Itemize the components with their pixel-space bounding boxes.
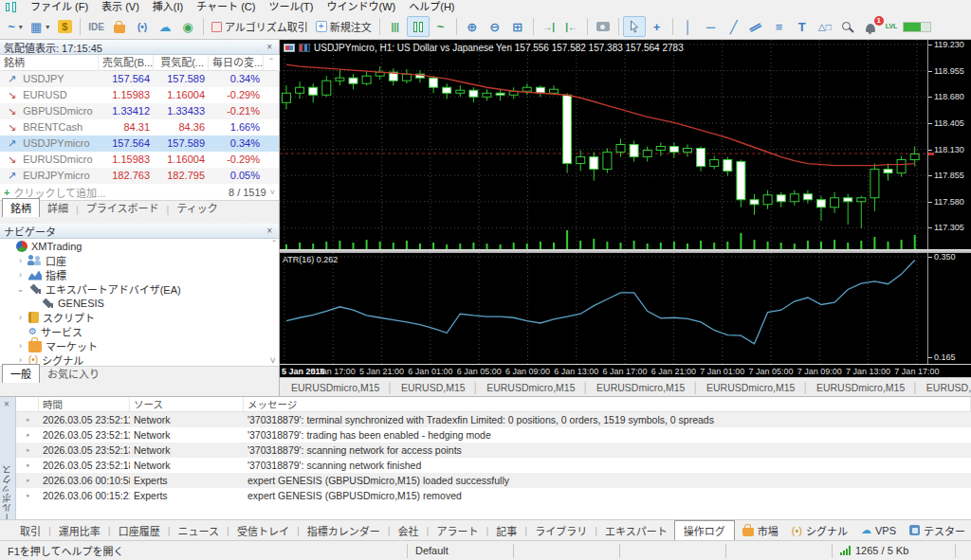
navigator-item-0[interactable]: XMTrading <box>0 239 279 253</box>
navigator-item-4[interactable]: GENESIS <box>0 296 279 310</box>
log-column-2[interactable]: メッセージ <box>244 397 971 412</box>
text-button[interactable]: T <box>791 16 814 37</box>
resize-grip[interactable] <box>955 544 971 558</box>
menu-item-5[interactable]: ウインドウ(W) <box>321 1 403 12</box>
market-watch-row-BRENTCash[interactable]: ↘ BRENTCash84.3184.361.66% <box>0 119 279 135</box>
tile-windows-button[interactable]: ⊞ <box>506 16 529 37</box>
levels-button[interactable]: LVL <box>882 16 936 37</box>
chart-window[interactable]: USDJPYmicro, H1: US Dollar vs Japanese Y… <box>280 40 971 377</box>
log-row-2[interactable]: ●2026.03.05 23:52:13.892Network'37031887… <box>16 443 971 458</box>
profiles-button[interactable]: ▦▾ <box>27 16 53 37</box>
toolbox-tab-エキスパート[interactable]: エキスパート <box>598 521 674 540</box>
log-row-5[interactable]: ●2026.03.06 00:15:21.063Expertsexpert GE… <box>16 488 971 503</box>
log-column-0[interactable]: 時間 <box>39 397 130 412</box>
mw-column-0[interactable]: 銘柄 <box>0 55 99 71</box>
toolbox-tab-ニュース[interactable]: ニュース <box>172 521 226 540</box>
navigator-item-2[interactable]: ›指標 <box>0 267 279 281</box>
toolbox-tab-記事[interactable]: 記事 <box>489 521 523 540</box>
market-watch-add-row[interactable]: + クリックして追加... 8 / 1519 ˅ <box>0 184 279 200</box>
mw-column-2[interactable]: 買気配(... <box>154 55 209 71</box>
menu-item-4[interactable]: ツール(T) <box>262 1 320 12</box>
price-chart[interactable] <box>280 40 927 249</box>
notifications-button[interactable]: 1 <box>859 16 882 37</box>
mw-column-3[interactable]: 毎日の変... <box>209 55 264 71</box>
mw-column-1[interactable]: 売気配(B... <box>99 55 154 71</box>
market-watch-tab-0[interactable]: 銘柄 <box>2 198 40 217</box>
log-row-3[interactable]: ●2026.03.05 23:52:18.636Network'37031887… <box>16 458 971 473</box>
market-watch-tab-1[interactable]: 詳細 <box>40 199 76 217</box>
menu-item-3[interactable]: チャート (C) <box>190 1 262 12</box>
profile-indicator[interactable]: Default <box>407 544 513 558</box>
toolbox-tab-会社[interactable]: 会社 <box>392 521 426 540</box>
deposit-button[interactable]: $ <box>53 16 76 37</box>
chart-tab-3[interactable]: EURUSDmicro,M15 <box>589 382 692 393</box>
bars-button[interactable]: ||| <box>384 16 407 37</box>
chart-tab-4[interactable]: EURUSDmicro,M15 <box>699 382 802 393</box>
menu-item-0[interactable]: ファイル (F) <box>24 1 95 12</box>
hline-button[interactable]: ─ <box>700 16 723 37</box>
signals-button[interactable]: (•) <box>131 16 154 37</box>
algo-trading-button[interactable]: アルゴリズム取引 <box>208 16 312 37</box>
navigator-tab-0[interactable]: 一般 <box>2 364 40 383</box>
scroll-down-icon[interactable]: ˅ <box>270 188 275 197</box>
log-column-1[interactable]: ソース <box>130 397 244 412</box>
menu-item-6[interactable]: ヘルプ(H) <box>402 1 461 12</box>
new-chart-button[interactable]: ~▾ <box>4 16 27 37</box>
shift-end-button[interactable]: →| <box>538 16 560 37</box>
shapes-button[interactable]: △□ <box>814 16 836 37</box>
toolbox-tab-アラート[interactable]: アラート <box>430 521 485 540</box>
navigator-item-3[interactable]: ⌄エキスパートアドバイザ(EA) <box>0 281 279 296</box>
screenshot-button[interactable] <box>592 16 614 37</box>
chart-tab-6[interactable]: EURUSD,M15 <box>919 382 971 393</box>
indicator-splitter[interactable] <box>280 249 971 253</box>
trendline-button[interactable]: ╱ <box>723 16 745 37</box>
log-row-0[interactable]: ●2026.03.05 23:52:11.957Network'37031887… <box>16 412 971 427</box>
market-watch-tab-2[interactable]: プライスボード <box>79 199 167 217</box>
toolbox-tab-取引[interactable]: 取引 <box>13 521 47 540</box>
navigator-item-1[interactable]: ›口座 <box>0 253 279 267</box>
toolbox-tab-ライブラリ[interactable]: ライブラリ <box>528 521 594 540</box>
market-watch-row-EURJPYmicro[interactable]: ↗ EURJPYmicro182.763182.7950.05% <box>0 168 279 184</box>
zoom-out-button[interactable]: ⊖ <box>484 16 506 37</box>
chart-tab-2[interactable]: EURUSDmicro,M15 <box>479 382 582 393</box>
ide-button[interactable]: IDE <box>84 16 108 37</box>
quick-chip-button[interactable]: テスター <box>909 523 965 538</box>
community-button[interactable]: ◉ <box>176 16 199 37</box>
toolbox-tab-口座履歴[interactable]: 口座履歴 <box>112 521 167 540</box>
chart-tab-0[interactable]: EURUSDmicro,M15 <box>284 382 387 393</box>
crosshair-button[interactable]: + <box>646 16 669 37</box>
vline-button[interactable]: │ <box>677 16 700 37</box>
price-axis[interactable]: 119.230118.955118.680118.405118.130117.8… <box>927 40 971 364</box>
atr-indicator-chart[interactable] <box>280 253 927 364</box>
nav-scroll-up-icon[interactable]: ˆ <box>272 239 276 250</box>
toolbox-tab-操作ログ[interactable]: 操作ログ <box>674 520 735 541</box>
navigator-item-8[interactable]: ›(•)シグナル <box>0 352 279 366</box>
navigator-item-7[interactable]: ›マーケット <box>0 338 279 352</box>
candles-button[interactable] <box>407 16 430 37</box>
quick-cloud-button[interactable]: ☁VPS <box>861 524 896 536</box>
new-order-button[interactable]: +新規注文 <box>312 16 376 37</box>
time-axis[interactable]: 5 Jan 20165 Jan 17:005 Jan 21:006 Jan 01… <box>280 364 971 377</box>
line-chart-button[interactable]: ~ <box>430 16 452 37</box>
market-watch-tab-3[interactable]: ティック <box>169 199 225 217</box>
navigator-tab-1[interactable]: お気に入り <box>40 365 107 383</box>
market-watch-row-USDJPYmicro[interactable]: ↗ USDJPYmicro157.564157.5890.34% <box>0 135 279 152</box>
market-watch-row-EURUSDmicro[interactable]: ↘ EURUSDmicro1.159831.16004-0.29% <box>0 152 279 168</box>
zoom-in-button[interactable]: ⊕ <box>461 16 484 37</box>
quick-signal-button[interactable]: (•)シグナル <box>792 523 848 538</box>
navigator-close-icon[interactable]: × <box>264 226 275 236</box>
market-button[interactable] <box>108 16 131 37</box>
auto-scroll-button[interactable]: |← <box>560 16 583 37</box>
market-watch-close-icon[interactable]: × <box>264 42 275 52</box>
market-watch-row-EURUSD[interactable]: ↘ EURUSD1.159831.16004-0.29% <box>0 87 279 103</box>
channel-button[interactable]: ∥ <box>745 16 768 37</box>
scroll-up-icon[interactable]: ˆ <box>264 55 280 71</box>
toolbox-tab-指標カレンダー[interactable]: 指標カレンダー <box>301 521 387 540</box>
market-watch-row-USDJPY[interactable]: ↗ USDJPY157.564157.5890.34% <box>0 71 279 87</box>
toolbox-close-icon[interactable]: × <box>4 399 9 409</box>
nav-scroll-down-icon[interactable]: ˅ <box>270 354 276 366</box>
market-watch-row-GBPUSDmicro[interactable]: ↘ GBPUSDmicro1.334121.33433-0.21% <box>0 103 279 119</box>
menu-item-2[interactable]: 挿入(I) <box>146 1 190 12</box>
navigator-item-6[interactable]: ⚙サービス <box>0 324 279 338</box>
equidistant-button[interactable]: ≡ <box>768 16 791 37</box>
